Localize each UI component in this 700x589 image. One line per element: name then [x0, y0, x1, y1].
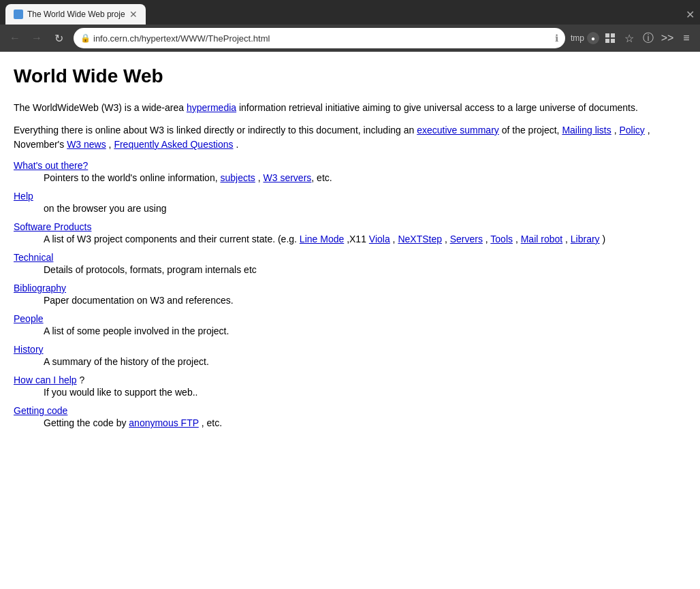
- more-tools-button[interactable]: >>: [659, 30, 675, 46]
- svg-rect-3: [605, 39, 609, 43]
- user-label: tmp: [571, 33, 584, 43]
- info-circle-icon[interactable]: ⓘ: [640, 30, 656, 46]
- svg-rect-4: [611, 39, 615, 43]
- intro-text-2: information retrieval initiative aiming …: [236, 102, 638, 113]
- lock-icon: 🔒: [80, 33, 91, 43]
- window-close-button[interactable]: ✕: [686, 8, 695, 21]
- address-bar[interactable]: 🔒 info.cern.ch/hypertext/WWW/TheProject.…: [74, 28, 565, 48]
- history-desc: A summary of the history of the project.: [44, 355, 686, 369]
- whats-out-there-desc: Pointers to the world's online informati…: [44, 171, 686, 185]
- para2-end: .: [234, 139, 239, 150]
- technical-link[interactable]: Technical: [14, 252, 53, 263]
- how-desc: If you would like to support the web..: [44, 385, 686, 400]
- svg-rect-1: [605, 33, 609, 37]
- info-icon[interactable]: ℹ: [555, 33, 558, 44]
- tab-close-button[interactable]: ✕: [129, 10, 138, 19]
- toolbar: ← → ↻ 🔒 info.cern.ch/hypertext/WWW/ThePr…: [0, 25, 700, 52]
- sep3: ,: [106, 139, 114, 150]
- links-paragraph: Everything there is online about W3 is l…: [14, 123, 686, 152]
- svg-point-0: [16, 12, 21, 17]
- people-link[interactable]: People: [14, 313, 44, 324]
- line-mode-link[interactable]: Line Mode: [300, 234, 344, 244]
- history-item: History: [14, 344, 686, 355]
- bookmark-icon[interactable]: ☆: [621, 30, 637, 46]
- how-can-i-help-item: How can I help ?: [14, 375, 686, 385]
- people-desc: A list of some people involved in the pr…: [44, 324, 686, 338]
- menu-button[interactable]: ≡: [678, 30, 695, 46]
- url-text: info.cern.ch/hypertext/WWW/TheProject.ht…: [93, 33, 555, 44]
- executive-summary-link[interactable]: executive summary: [417, 125, 499, 136]
- active-tab[interactable]: The World Wide Web proje ✕: [5, 4, 146, 25]
- browser-window: The World Wide Web proje ✕ ✕ ← → ↻ 🔒 inf…: [0, 0, 700, 589]
- w3servers-link[interactable]: W3 servers: [264, 172, 312, 183]
- faq-link[interactable]: Frequently Asked Questions: [114, 139, 233, 150]
- getting-code-link[interactable]: Getting code: [14, 405, 67, 416]
- whats-out-there-item: What's out there?: [14, 160, 686, 171]
- software-products-desc: A list of W3 project components and thei…: [44, 232, 686, 246]
- software-products-item: Software Products: [14, 221, 686, 232]
- hypermedia-link[interactable]: hypermedia: [187, 102, 236, 113]
- user-avatar[interactable]: ●: [587, 32, 599, 44]
- subjects-link[interactable]: subjects: [220, 172, 255, 183]
- technical-desc: Details of protocols, formats, program i…: [44, 263, 686, 277]
- software-products-link[interactable]: Software Products: [14, 221, 91, 232]
- intro-text-1: The WorldWideWeb (W3) is a wide-area: [14, 102, 187, 113]
- para2-start: Everything there is online about W3 is l…: [14, 125, 417, 136]
- viola-link[interactable]: Viola: [369, 234, 390, 244]
- people-item: People: [14, 313, 686, 324]
- getting-code-item: Getting code: [14, 405, 686, 416]
- mail-robot-link[interactable]: Mail robot: [521, 234, 562, 244]
- para2-middle: of the project,: [499, 125, 562, 136]
- content-list: What's out there? Pointers to the world'…: [14, 160, 686, 430]
- svg-rect-2: [611, 33, 615, 37]
- back-button[interactable]: ←: [5, 29, 25, 48]
- how-can-i-help-link[interactable]: How can I help: [14, 375, 77, 385]
- technical-item: Technical: [14, 252, 686, 263]
- extensions-icon[interactable]: [602, 30, 618, 46]
- tab-favicon: [14, 10, 23, 19]
- title-bar: The World Wide Web proje ✕ ✕: [0, 0, 700, 25]
- bibliography-link[interactable]: Bibliography: [14, 283, 66, 293]
- tab-title: The World Wide Web proje: [27, 10, 125, 19]
- intro-paragraph: The WorldWideWeb (W3) is a wide-area hyp…: [14, 101, 686, 115]
- tools-link[interactable]: Tools: [490, 234, 513, 244]
- mailing-lists-link[interactable]: Mailing lists: [562, 125, 611, 136]
- toolbar-right: tmp ● ☆ ⓘ >> ≡: [571, 30, 695, 46]
- policy-link[interactable]: Policy: [619, 125, 644, 136]
- getting-code-desc: Getting the code by anonymous FTP , etc.: [44, 416, 686, 430]
- help-item: Help: [14, 191, 686, 202]
- reload-button[interactable]: ↻: [49, 29, 68, 48]
- page-title: World Wide Web: [14, 65, 686, 87]
- nextstep-link[interactable]: NeXTStep: [398, 234, 442, 244]
- help-link[interactable]: Help: [14, 191, 33, 202]
- anon-ftp-link[interactable]: anonymous FTP: [129, 417, 198, 428]
- whats-out-there-link[interactable]: What's out there?: [14, 160, 88, 171]
- bibliography-item: Bibliography: [14, 283, 686, 293]
- history-link[interactable]: History: [14, 344, 44, 355]
- forward-button[interactable]: →: [27, 29, 46, 48]
- bibliography-desc: Paper documentation on W3 and references…: [44, 293, 686, 308]
- page-content: World Wide Web The WorldWideWeb (W3) is …: [0, 52, 700, 589]
- w3news-link[interactable]: W3 news: [67, 139, 106, 150]
- library-link[interactable]: Library: [571, 234, 600, 244]
- help-desc: on the browser you are using: [44, 202, 686, 216]
- sep1: ,: [611, 125, 620, 136]
- servers-link[interactable]: Servers: [450, 234, 483, 244]
